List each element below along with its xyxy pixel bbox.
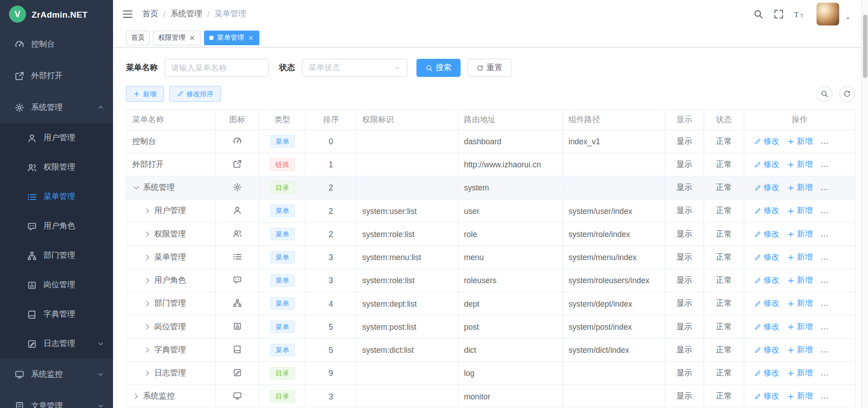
op-label: 删除	[830, 299, 846, 309]
tab[interactable]: 权限管理	[153, 30, 201, 45]
op-label: 新增	[797, 183, 813, 193]
visible-cell: 显示	[665, 223, 704, 246]
plus-icon	[787, 207, 794, 214]
tab[interactable]: 菜单管理	[204, 30, 259, 45]
hamburger-icon[interactable]	[122, 9, 133, 20]
sidebar-item[interactable]: 系统监控	[0, 359, 113, 390]
chevron-right-icon[interactable]	[132, 393, 141, 401]
edit-link[interactable]: 修改	[754, 275, 779, 286]
sidebar-item[interactable]: 控制台	[0, 28, 113, 60]
sidebar-item[interactable]: 权限管理	[0, 153, 113, 182]
chevron-right-icon[interactable]	[144, 276, 152, 285]
table-row: 岗位管理菜单5system:post:listpostsystem/post/i…	[126, 315, 855, 338]
sidebar-item[interactable]: 日志管理	[0, 329, 113, 359]
perm-cell	[356, 153, 458, 176]
chevron-down-icon	[97, 403, 104, 408]
edit-link[interactable]: 修改	[754, 252, 779, 263]
edit-link[interactable]: 修改	[754, 229, 779, 239]
route-cell: post	[458, 315, 562, 338]
font-size-button[interactable]: TT	[791, 6, 808, 23]
sort-cell: 3	[306, 385, 357, 408]
close-icon[interactable]	[248, 34, 255, 41]
add-link[interactable]: 新增	[787, 136, 812, 147]
breadcrumb: 首页/系统管理/菜单管理	[142, 9, 246, 19]
chevron-down-icon[interactable]	[132, 184, 141, 192]
op-label: 删除	[830, 136, 846, 147]
sort-cell: 4	[306, 292, 357, 315]
breadcrumb-item[interactable]: 系统管理	[170, 9, 202, 19]
scrollbar-thumb[interactable]	[863, 15, 868, 78]
edit-link[interactable]: 修改	[754, 345, 779, 356]
tab[interactable]: 首页	[126, 30, 150, 45]
edit-link[interactable]: 修改	[754, 322, 779, 332]
menu-name-input[interactable]	[165, 59, 269, 77]
op-label: 修改	[764, 345, 779, 356]
caret-down-icon[interactable]	[845, 15, 851, 21]
add-link[interactable]: 新增	[787, 391, 812, 402]
perm-cell: system:user:list	[356, 199, 458, 223]
sidebar-item[interactable]: 部门管理	[0, 241, 113, 270]
route-cell: dashboard	[458, 130, 562, 153]
sidebar-item[interactable]: 菜单管理	[0, 182, 113, 212]
search-button[interactable]	[750, 6, 767, 23]
add-link[interactable]: 新增	[787, 368, 812, 379]
app-logo[interactable]: V ZrAdmin.NET	[0, 0, 113, 28]
add-link[interactable]: 新增	[787, 299, 812, 309]
chevron-right-icon[interactable]	[144, 369, 152, 377]
row-actions-cell: 修改新增删除	[744, 385, 855, 408]
sidebar-item[interactable]: 文章管理	[0, 390, 113, 408]
sidebar-item[interactable]: 字典管理	[0, 300, 113, 329]
status-cell: 正常	[704, 199, 744, 223]
visible-cell: 显示	[665, 130, 704, 153]
edit-link[interactable]: 修改	[754, 368, 779, 379]
add-button[interactable]: 新增	[126, 86, 164, 102]
status-select[interactable]: 菜单状态	[302, 59, 408, 77]
edit-link[interactable]: 修改	[754, 160, 779, 170]
add-link[interactable]: 新增	[787, 229, 812, 239]
chevron-right-icon[interactable]	[144, 300, 152, 308]
chevron-right-icon[interactable]	[144, 207, 152, 215]
menu-icon-cell	[216, 315, 259, 338]
sort-text: 3	[329, 392, 333, 401]
edit-link[interactable]: 修改	[754, 299, 779, 309]
reset-button[interactable]: 重置	[467, 59, 512, 77]
edit-link[interactable]: 修改	[754, 391, 779, 402]
edit-link[interactable]: 修改	[754, 183, 779, 193]
column-header: 图标	[216, 110, 259, 130]
breadcrumb-item[interactable]: 首页	[142, 9, 158, 19]
fullscreen-button[interactable]	[770, 6, 788, 23]
add-link[interactable]: 新增	[787, 183, 812, 193]
op-label: 新增	[797, 252, 813, 263]
sidebar-item[interactable]: 外部打开	[0, 60, 113, 92]
chevron-right-icon[interactable]	[144, 323, 152, 331]
toggle-search-button[interactable]	[816, 86, 832, 102]
add-link[interactable]: 新增	[787, 275, 812, 286]
chevron-right-icon[interactable]	[144, 346, 152, 354]
op-label: 删除	[830, 206, 846, 216]
add-link[interactable]: 新增	[787, 160, 812, 170]
edit-link[interactable]: 修改	[754, 136, 779, 147]
add-link[interactable]: 新增	[787, 252, 812, 263]
status-text: 正常	[716, 136, 732, 145]
add-link[interactable]: 新增	[787, 206, 812, 216]
sort-cell: 2	[306, 223, 357, 246]
sidebar-item[interactable]: 用户管理	[0, 123, 113, 153]
perm-cell: system:menu:list	[356, 246, 458, 269]
op-label: 新增	[797, 299, 813, 309]
edit-link[interactable]: 修改	[754, 206, 779, 216]
route-text: menu	[464, 253, 484, 262]
user-avatar[interactable]	[816, 3, 839, 25]
close-icon[interactable]	[189, 34, 196, 41]
refresh-table-button[interactable]	[839, 86, 855, 102]
search-submit-button[interactable]: 搜索	[416, 59, 461, 77]
add-link[interactable]: 新增	[787, 322, 812, 332]
chevron-right-icon[interactable]	[144, 253, 152, 261]
chevron-right-icon[interactable]	[144, 230, 152, 238]
component-text: index_v1	[569, 137, 600, 146]
vertical-scrollbar[interactable]	[861, 0, 868, 408]
edit-sort-button[interactable]: 修改排序	[170, 86, 221, 102]
add-link[interactable]: 新增	[787, 345, 812, 356]
sidebar-item[interactable]: 系统管理	[0, 92, 113, 123]
sidebar-item[interactable]: 用户角色	[0, 212, 113, 241]
sidebar-item[interactable]: 岗位管理	[0, 270, 113, 300]
